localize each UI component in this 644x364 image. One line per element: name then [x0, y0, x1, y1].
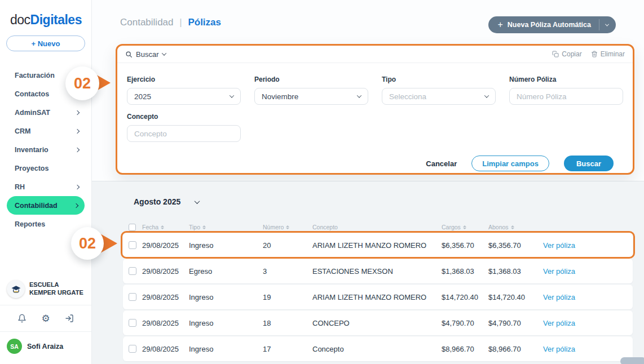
user-profile[interactable]: SA Sofi Araiza — [0, 332, 91, 364]
concepto-input[interactable] — [127, 125, 241, 142]
column-label: Número — [263, 224, 284, 230]
ver-poliza-link[interactable]: Ver póliza — [543, 241, 633, 250]
new-button[interactable]: + Nuevo — [6, 35, 85, 51]
period-label: Agosto 2025 — [134, 197, 180, 206]
chevron-down-icon — [230, 93, 234, 97]
cell-numero: 20 — [263, 241, 312, 250]
cell-cargos: $14,720.40 — [442, 293, 488, 301]
cell-abonos: $6,356.70 — [488, 241, 543, 250]
copy-action[interactable]: Copiar — [552, 50, 581, 58]
periodo-field: Periodo Noviembre — [254, 76, 368, 105]
cell-concepto: ARIAM LIZETH MANZO ROMERO — [312, 241, 442, 250]
table-row[interactable]: 29/08/2025 Egreso 3 ESTACIONES MEXSON $1… — [123, 259, 633, 283]
sidebar-item-rh[interactable]: RH — [0, 177, 91, 196]
primary-button-dropdown[interactable] — [599, 24, 616, 26]
sidebar-item-adminsat[interactable]: AdminSAT — [0, 103, 91, 122]
ver-poliza-link[interactable]: Ver póliza — [543, 319, 633, 327]
search-panel-actions: Copiar Eliminar — [552, 50, 625, 58]
organization-selector[interactable]: ESCUELA KEMPER URGATE — [0, 274, 91, 305]
table-row[interactable]: 29/08/2025 Ingreso 20 ARIAM LIZETH MANZO… — [123, 233, 633, 258]
numero-poliza-input[interactable] — [509, 88, 623, 105]
column-header-concepto[interactable]: Concepto — [312, 224, 442, 230]
logout-icon[interactable] — [64, 313, 74, 323]
column-header-cargos[interactable]: Cargos — [442, 224, 488, 230]
sidebar-item-proyectos[interactable]: Proyectos — [0, 159, 91, 177]
column-header-numero[interactable]: Número — [263, 224, 312, 230]
search-panel: Buscar Copiar Eliminar Ejercicio — [116, 44, 634, 175]
delete-action[interactable]: Eliminar — [591, 50, 625, 58]
tipo-select[interactable]: Selecciona — [382, 88, 496, 105]
cell-numero: 17 — [263, 345, 312, 353]
logo-prefix: doc — [10, 12, 30, 27]
app-logo: docDigitales — [0, 0, 91, 28]
period-selector[interactable]: Agosto 2025 — [134, 197, 199, 206]
periodo-value: Noviembre — [262, 92, 298, 101]
concepto-field: Concepto — [127, 113, 241, 142]
sort-icon — [161, 225, 164, 229]
sidebar-item-label: CRM — [15, 127, 30, 135]
cell-tipo: Ingreso — [189, 345, 263, 353]
row-checkbox[interactable] — [129, 293, 136, 301]
sidebar-item-contabilidad[interactable]: Contabilidad — [7, 196, 85, 215]
delete-label: Eliminar — [601, 50, 625, 58]
row-checkbox[interactable] — [129, 241, 136, 249]
search-button[interactable]: Buscar — [564, 156, 614, 171]
table-row[interactable]: 29/08/2025 Ingreso 19 ARIAM LIZETH MANZO… — [123, 285, 633, 309]
chevron-right-icon — [75, 128, 80, 133]
cell-concepto: ESTACIONES MEXSON — [312, 267, 442, 276]
chevron-down-icon[interactable] — [162, 51, 166, 55]
cancel-button[interactable]: Cancelar — [426, 159, 457, 168]
column-header-fecha[interactable]: Fecha — [142, 224, 189, 230]
sidebar-toolbar: ⚙ — [0, 305, 91, 331]
row-checkbox[interactable] — [129, 345, 136, 353]
plus-icon: + — [497, 20, 502, 30]
sidebar-item-label: Contactos — [15, 90, 49, 98]
sidebar-item-label: Inventario — [15, 146, 48, 154]
row-checkbox[interactable] — [129, 267, 136, 275]
sidebar-item-label: Facturación — [15, 72, 55, 79]
sidebar-item-label: AdminSAT — [15, 109, 50, 117]
chevron-right-icon — [75, 147, 80, 152]
column-label: Tipo — [189, 224, 200, 230]
scrollbar-thumb[interactable] — [620, 357, 644, 364]
ejercicio-select[interactable]: 2025 — [127, 88, 241, 105]
chevron-down-icon — [605, 22, 609, 26]
sidebar-item-inventario[interactable]: Inventario — [0, 140, 91, 159]
breadcrumb-section: Contabilidad — [120, 17, 174, 28]
ver-poliza-link[interactable]: Ver póliza — [543, 345, 633, 353]
column-header-abonos[interactable]: Abonos — [488, 224, 543, 230]
row-checkbox[interactable] — [129, 319, 136, 327]
tipo-placeholder: Selecciona — [389, 92, 426, 101]
cell-fecha: 29/08/2025 — [142, 267, 189, 276]
tipo-field: Tipo Selecciona — [382, 76, 496, 105]
breadcrumb: Contabilidad | Pólizas — [120, 17, 221, 28]
table-row[interactable]: 29/08/2025 Ingreso 18 CONCEPO $4,790.70 … — [123, 310, 633, 335]
table-row[interactable]: 29/08/2025 Ingreso 17 Concepto $8,966.70… — [123, 336, 633, 361]
ver-poliza-link[interactable]: Ver póliza — [543, 293, 633, 301]
sidebar-item-label: Reportes — [15, 220, 45, 228]
step-badge-row: 02 — [71, 227, 104, 260]
nueva-poliza-automatica-button[interactable]: + Nueva Póliza Automática — [488, 16, 616, 33]
sort-icon — [463, 225, 466, 229]
ver-poliza-link[interactable]: Ver póliza — [543, 267, 633, 276]
sidebar-item-crm[interactable]: CRM — [0, 122, 91, 140]
bell-icon[interactable] — [17, 313, 27, 323]
copy-icon — [552, 51, 559, 57]
cell-tipo: Ingreso — [189, 319, 263, 327]
copy-label: Copiar — [562, 50, 581, 58]
logo-suffix: Digitales — [30, 12, 82, 27]
trash-icon — [591, 51, 598, 57]
column-label: Concepto — [312, 224, 338, 230]
select-all-checkbox[interactable] — [129, 224, 136, 231]
ejercicio-field: Ejercicio 2025 — [127, 76, 241, 105]
clear-fields-button[interactable]: Limpiar campos — [471, 156, 549, 171]
periodo-select[interactable]: Noviembre — [254, 88, 368, 105]
header-section: Contabilidad | Pólizas + Nueva Póliza Au… — [92, 0, 644, 181]
cell-tipo: Ingreso — [189, 293, 263, 301]
search-panel-title[interactable]: Buscar — [136, 50, 158, 59]
gear-icon[interactable]: ⚙ — [41, 313, 51, 323]
cell-numero: 3 — [263, 267, 312, 276]
column-header-tipo[interactable]: Tipo — [189, 224, 263, 230]
sort-icon — [286, 225, 289, 229]
cell-abonos: $4,790.70 — [488, 319, 543, 327]
